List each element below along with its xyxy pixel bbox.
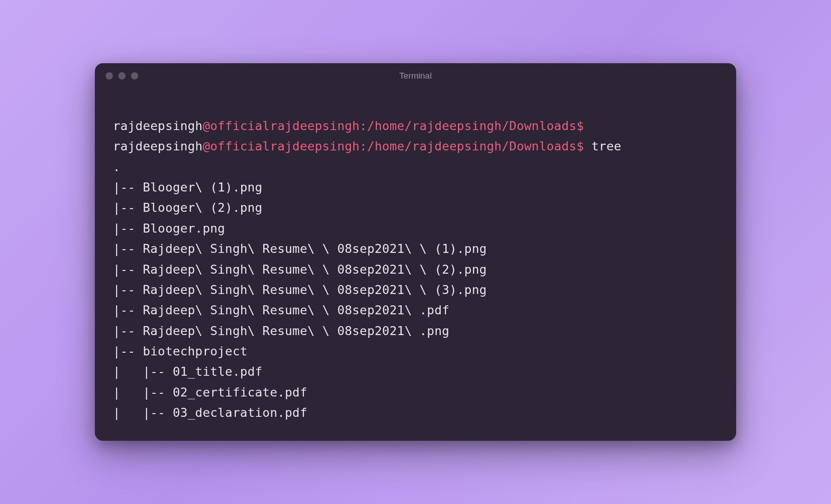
output-line: | |-- 02_certificate.pdf: [113, 382, 718, 402]
prompt-path: @officialrajdeepsingh:/home/rajdeepsingh…: [203, 139, 584, 153]
output-line: | |-- 03_declaration.pdf: [113, 402, 718, 423]
prompt-user: rajdeepsingh: [113, 119, 203, 133]
output-line: | |-- 01_title.pdf: [113, 361, 718, 382]
titlebar: Terminal: [95, 63, 736, 89]
output-line: |-- Blooger\ (1).png: [113, 177, 718, 197]
minimize-icon[interactable]: [118, 72, 126, 79]
prompt-path: @officialrajdeepsingh:/home/rajdeepsingh…: [203, 119, 584, 133]
output-line: |-- Rajdeep\ Singh\ Resume\ \ 08sep2021\…: [113, 280, 718, 300]
prompt-line: rajdeepsingh@officialrajdeepsingh:/home/…: [113, 136, 718, 156]
maximize-icon[interactable]: [131, 72, 138, 79]
output-line: .: [113, 157, 718, 177]
output-line: |-- biotechproject: [113, 341, 718, 361]
output-line: |-- Rajdeep\ Singh\ Resume\ \ 08sep2021\…: [113, 259, 718, 280]
output-line: |-- Rajdeep\ Singh\ Resume\ \ 08sep2021\…: [113, 238, 718, 259]
output-line: |-- Blooger\ (2).png: [113, 197, 718, 218]
prompt-command: tree: [584, 139, 621, 153]
output-line: |-- Blooger.png: [113, 218, 718, 238]
output-line: |-- Rajdeep\ Singh\ Resume\ \ 08sep2021\…: [113, 300, 718, 320]
prompt-user: rajdeepsingh: [113, 139, 203, 153]
terminal-window: Terminal rajdeepsingh@officialrajdeepsin…: [95, 63, 736, 441]
terminal-body[interactable]: rajdeepsingh@officialrajdeepsingh:/home/…: [95, 89, 736, 441]
window-title: Terminal: [399, 71, 432, 81]
close-icon[interactable]: [106, 72, 113, 79]
prompt-line: rajdeepsingh@officialrajdeepsingh:/home/…: [113, 116, 718, 136]
output-line: |-- Rajdeep\ Singh\ Resume\ \ 08sep2021\…: [113, 321, 718, 341]
window-controls: [106, 72, 138, 79]
